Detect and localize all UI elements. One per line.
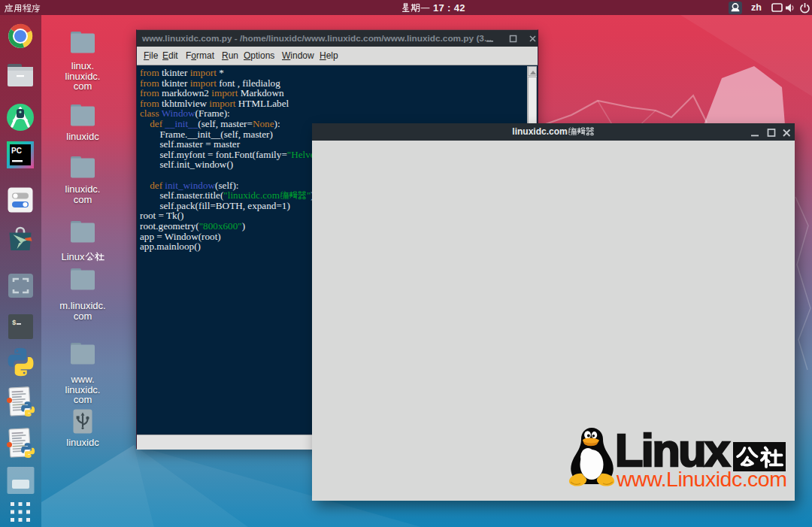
svg-text:$: $ <box>12 320 17 327</box>
svg-text:PC: PC <box>11 147 22 155</box>
